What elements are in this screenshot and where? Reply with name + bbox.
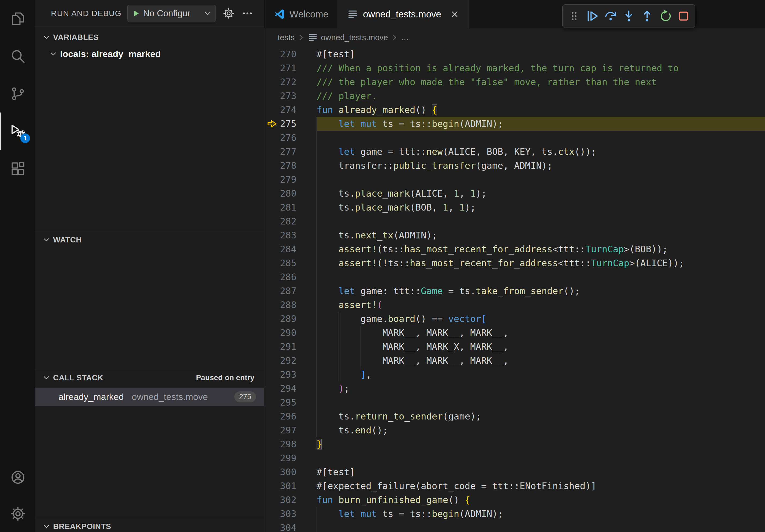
gutter[interactable]: 283 <box>264 228 317 242</box>
gutter[interactable]: 302 <box>264 493 317 507</box>
gutter[interactable]: 304 <box>264 521 317 532</box>
code-line[interactable]: 291 MARK__, MARK_X, MARK__, <box>264 340 765 354</box>
gutter[interactable]: 277 <box>264 145 317 158</box>
activity-item-extensions[interactable] <box>0 150 35 187</box>
code-line[interactable]: 287 let game: ttt::Game = ts.take_from_s… <box>264 284 765 298</box>
code-line[interactable]: 293 ], <box>264 368 765 382</box>
code-line[interactable]: 297 ts.end(); <box>264 423 765 437</box>
code-line[interactable]: 281 ts.place_mark(BOB, 1, 1); <box>264 200 765 214</box>
code-line[interactable]: 296 ts.return_to_sender(game); <box>264 409 765 423</box>
debug-drag-grip-button[interactable] <box>566 7 582 25</box>
debug-step-over-button[interactable] <box>602 7 619 25</box>
code-line[interactable]: 271/// When a position is already marked… <box>264 61 765 75</box>
code-line[interactable]: 278 transfer::public_transfer(game, ADMI… <box>264 158 765 172</box>
gutter[interactable]: 293 <box>264 368 317 382</box>
code-line[interactable]: 289 game.board() == vector[ <box>264 312 765 326</box>
activity-item-explorer[interactable] <box>0 0 35 38</box>
gutter[interactable]: 285 <box>264 256 317 270</box>
gutter[interactable]: 299 <box>264 451 317 465</box>
gutter[interactable]: 272 <box>264 75 317 89</box>
gutter[interactable]: 279 <box>264 172 317 186</box>
breadcrumb-item[interactable]: … <box>401 33 409 42</box>
gutter[interactable]: 303 <box>264 507 317 521</box>
call-stack-section-header[interactable]: CALL STACK Paused on entry <box>35 370 264 386</box>
code-line[interactable]: 279 <box>264 172 765 186</box>
debug-config-dropdown[interactable]: No Configur <box>127 5 216 22</box>
gutter[interactable]: 292 <box>264 354 317 368</box>
gutter[interactable]: 287 <box>264 284 317 298</box>
code-line[interactable]: 285 assert!(!ts::has_most_recent_for_add… <box>264 256 765 270</box>
gutter[interactable]: 290 <box>264 326 317 340</box>
gutter[interactable]: 289 <box>264 312 317 326</box>
tab-welcome[interactable]: Welcome <box>264 0 338 28</box>
code-line[interactable]: 292 MARK__, MARK__, MARK__, <box>264 354 765 368</box>
code-line[interactable]: 302fun burn_unfinished_game() { <box>264 493 765 507</box>
gutter[interactable]: 291 <box>264 340 317 354</box>
gutter[interactable]: 281 <box>264 200 317 214</box>
code-line[interactable]: 303 let mut ts = ts::begin(ADMIN); <box>264 507 765 521</box>
gutter[interactable]: 295 <box>264 396 317 409</box>
code-line[interactable]: 277 let game = ttt::new(ALICE, BOB, KEY,… <box>264 145 765 158</box>
code-line[interactable]: 272/// the player who made the "false" m… <box>264 75 765 89</box>
code-line[interactable]: 288 assert!( <box>264 298 765 312</box>
gutter[interactable]: 276 <box>264 131 317 145</box>
code-line[interactable]: 274fun already_marked() { <box>264 103 765 117</box>
code-line[interactable]: 276 <box>264 131 765 145</box>
code-editor[interactable]: 270#[test]271/// When a position is alre… <box>264 47 765 532</box>
code-line[interactable]: 280 ts.place_mark(ALICE, 1, 1); <box>264 186 765 200</box>
variables-scope-row[interactable]: locals: already_marked <box>35 46 264 62</box>
gutter[interactable]: 296 <box>264 409 317 423</box>
activity-item-search[interactable] <box>0 38 35 75</box>
code-line[interactable]: 284 assert!(ts::has_most_recent_for_addr… <box>264 242 765 256</box>
debug-step-into-button[interactable] <box>620 7 637 25</box>
debug-restart-button[interactable] <box>657 7 674 25</box>
activity-item-run-and-debug[interactable]: 1 <box>0 113 35 150</box>
code-line[interactable]: 304 <box>264 521 765 532</box>
gutter[interactable]: 294 <box>264 382 317 396</box>
code-line[interactable]: 299 <box>264 451 765 465</box>
code-line[interactable]: 270#[test] <box>264 47 765 61</box>
gutter[interactable]: 280 <box>264 186 317 200</box>
code-line[interactable]: 283 ts.next_tx(ADMIN); <box>264 228 765 242</box>
code-line[interactable]: 298} <box>264 437 765 451</box>
code-line[interactable]: 275 let mut ts = ts::begin(ADMIN); <box>264 117 765 131</box>
code-line[interactable]: 301#[expected_failure(abort_code = ttt::… <box>264 479 765 493</box>
gutter[interactable]: 288 <box>264 298 317 312</box>
gutter[interactable]: 270 <box>264 47 317 61</box>
breakpoints-section-header[interactable]: BREAKPOINTS <box>35 518 264 532</box>
more-actions-icon[interactable] <box>242 8 253 19</box>
code-line[interactable]: 282 <box>264 214 765 228</box>
gutter[interactable]: 275 <box>264 117 317 131</box>
debug-step-out-button[interactable] <box>639 7 655 25</box>
gutter[interactable]: 301 <box>264 479 317 493</box>
gutter[interactable]: 274 <box>264 103 317 117</box>
code-line[interactable]: 294 ); <box>264 382 765 396</box>
callstack-frame-row[interactable]: already_markedowned_tests.move275 <box>35 388 264 406</box>
gutter[interactable]: 298 <box>264 437 317 451</box>
start-debugging-icon[interactable] <box>131 9 141 18</box>
code-line[interactable]: 286 <box>264 270 765 284</box>
gutter[interactable]: 273 <box>264 89 317 103</box>
activity-item-account[interactable] <box>0 459 35 496</box>
debug-stop-button[interactable] <box>675 7 692 25</box>
activity-item-source-control[interactable] <box>0 75 35 113</box>
gutter[interactable]: 278 <box>264 158 317 172</box>
code-line[interactable]: 290 MARK__, MARK__, MARK__, <box>264 326 765 340</box>
gutter[interactable]: 286 <box>264 270 317 284</box>
gutter[interactable]: 297 <box>264 423 317 437</box>
breadcrumb-item[interactable]: owned_tests.move <box>308 32 388 43</box>
code-line[interactable]: 273/// player. <box>264 89 765 103</box>
variables-section-header[interactable]: VARIABLES <box>35 29 264 46</box>
breadcrumb-item[interactable]: tests <box>278 33 295 42</box>
activity-item-settings[interactable] <box>0 496 35 532</box>
gutter[interactable]: 282 <box>264 214 317 228</box>
code-line[interactable]: 300#[test] <box>264 465 765 479</box>
debug-settings-gear-icon[interactable] <box>223 8 235 19</box>
debug-continue-button[interactable] <box>584 7 601 25</box>
gutter[interactable]: 284 <box>264 242 317 256</box>
watch-section-header[interactable]: WATCH <box>35 231 264 248</box>
gutter[interactable]: 271 <box>264 61 317 75</box>
close-icon[interactable] <box>450 9 459 19</box>
gutter[interactable]: 300 <box>264 465 317 479</box>
code-line[interactable]: 295 <box>264 396 765 409</box>
